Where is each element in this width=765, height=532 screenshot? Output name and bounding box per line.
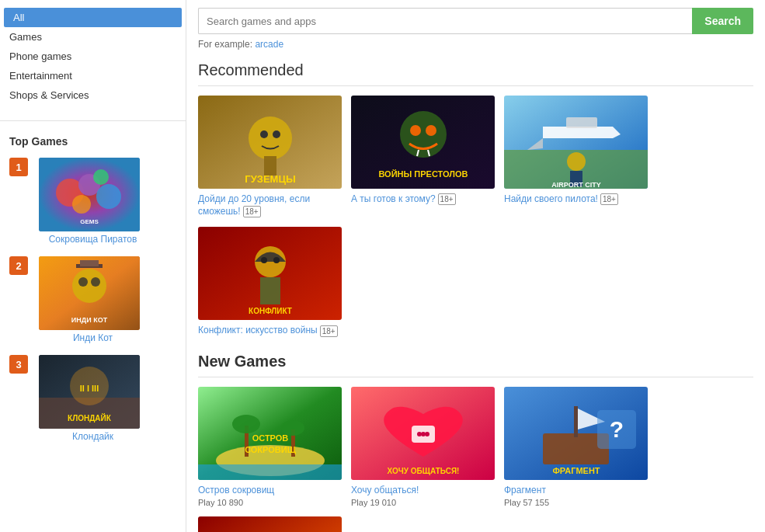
sidebar-item-shops[interactable]: Shops & Services xyxy=(0,85,186,105)
svg-point-35 xyxy=(567,152,586,171)
svg-point-9 xyxy=(78,277,88,287)
new-game-title-1: Хочу общаться! xyxy=(351,485,495,497)
recommended-thumb-2: AIRPORT CITY xyxy=(504,96,648,189)
recommended-thumb-3: КОНФЛИКТ xyxy=(198,227,342,320)
sidebar-link-entertainment[interactable]: Entertainment xyxy=(9,70,72,82)
svg-point-42 xyxy=(273,257,280,263)
new-game-card-3[interactable]: НАРДЫ ДЛИННЫЕ Нарды длинные с друзьями P… xyxy=(198,516,342,532)
svg-point-27 xyxy=(410,125,421,136)
top-game-3[interactable]: 3 II I III К xyxy=(0,351,186,450)
age-badge-3: 18+ xyxy=(320,325,338,337)
top-game-1[interactable]: 1 xyxy=(0,154,186,252)
search-input[interactable] xyxy=(198,8,692,34)
svg-rect-40 xyxy=(260,277,280,304)
recommended-title: Recommended xyxy=(198,61,753,86)
recommended-section: Recommended xyxy=(198,61,753,337)
new-game-card-1[interactable]: ХОЧУ ОБЩАТЬСЯ! Хочу общаться! Play 19 01… xyxy=(351,387,495,508)
svg-point-8 xyxy=(72,269,106,303)
new-games-title: New Games xyxy=(198,353,753,377)
search-bar: Search xyxy=(198,8,753,34)
top-game-thumb-2: ИНДИ КОТ xyxy=(39,256,140,330)
recommended-card-0[interactable]: ГУЗEМЦЫ Дойди до 20 уровня, если сможешь… xyxy=(198,96,342,217)
main-content: Search For example: arcade Recommended xyxy=(186,0,765,532)
svg-point-41 xyxy=(261,257,267,263)
svg-point-26 xyxy=(400,111,447,158)
recommended-title-0: Дойди до 20 уровня, если сможешь!18+ xyxy=(198,193,342,217)
sidebar-link-all[interactable]: All xyxy=(13,12,24,23)
sidebar-link-shops[interactable]: Shops & Services xyxy=(9,89,89,101)
new-game-subtitle-1: Play 19 010 xyxy=(351,498,495,507)
recommended-title-1: А ты готов к этому?18+ xyxy=(351,193,495,206)
recommended-card-1[interactable]: ВОЙНЫ ПРЕСТОЛОВ А ты готов к этому?18+ xyxy=(351,96,495,217)
svg-text:ХОЧУ ОБЩАТЬСЯ!: ХОЧУ ОБЩАТЬСЯ! xyxy=(388,467,460,475)
recommended-img-2: AIRPORT CITY xyxy=(504,96,648,189)
sidebar-item-all[interactable]: All xyxy=(4,8,182,27)
svg-point-10 xyxy=(91,277,100,287)
sidebar-divider xyxy=(0,120,186,121)
rank-badge-2: 2 xyxy=(9,256,28,275)
svg-text:II  I  III: II I III xyxy=(80,384,99,393)
svg-text:ФРАГМЕНТ: ФРАГМЕНТ xyxy=(552,466,600,475)
recommended-title-3: Конфликт: искусство войны18+ xyxy=(198,325,342,337)
svg-point-47 xyxy=(232,415,260,433)
search-button[interactable]: Search xyxy=(692,8,753,34)
top-game-2[interactable]: 2 xyxy=(0,252,186,351)
recommended-img-1: ВОЙНЫ ПРЕСТОЛОВ xyxy=(351,96,495,189)
search-example: For example: arcade xyxy=(198,39,753,50)
sidebar: All Games Phone games Entertainment Shop… xyxy=(0,0,186,532)
svg-point-3 xyxy=(96,184,121,209)
svg-point-28 xyxy=(426,125,436,136)
new-game-subtitle-2: Play 57 155 xyxy=(504,498,648,507)
new-game-thumb-2: ? ФРАГМЕНТ xyxy=(504,387,648,480)
sidebar-item-games[interactable]: Games xyxy=(0,27,186,47)
rank-badge-1: 1 xyxy=(9,158,28,176)
top-game-image-2: ИНДИ КОТ xyxy=(39,256,140,330)
svg-point-5 xyxy=(93,169,109,185)
recommended-thumb-1: ВОЙНЫ ПРЕСТОЛОВ xyxy=(351,96,495,189)
age-badge-1: 18+ xyxy=(438,193,456,205)
new-game-thumb-3: НАРДЫ ДЛИННЫЕ xyxy=(198,516,342,532)
new-game-thumb-0: ОСТРОВ СОКРОВИЩ xyxy=(198,387,342,480)
svg-point-22 xyxy=(273,130,280,138)
top-game-thumb-3: II I III КЛОНДАЙК xyxy=(39,355,140,429)
recommended-card-3[interactable]: КОНФЛИКТ Конфликт: искусство войны18+ xyxy=(198,227,342,337)
age-badge-0: 18+ xyxy=(243,206,261,217)
svg-text:ОСТРОВ: ОСТРОВ xyxy=(252,433,289,443)
search-example-prefix: For example: xyxy=(198,39,252,50)
recommended-thumb-0: ГУЗEМЦЫ xyxy=(198,96,342,189)
new-game-thumb-1: ХОЧУ ОБЩАТЬСЯ! xyxy=(351,387,495,480)
age-badge-2: 18+ xyxy=(600,193,618,205)
sidebar-link-games[interactable]: Games xyxy=(9,31,42,43)
new-game-card-2[interactable]: ? ФРАГМЕНТ Фрагмент Play 57 155 xyxy=(504,387,648,508)
svg-text:КЛОНДАЙК: КЛОНДАЙК xyxy=(68,413,112,422)
new-game-img-2: ? ФРАГМЕНТ xyxy=(504,387,648,480)
svg-text:ИНДИ КОТ: ИНДИ КОТ xyxy=(71,316,108,324)
top-games-title: Top Games xyxy=(0,129,186,154)
new-game-img-0: ОСТРОВ СОКРОВИЩ xyxy=(198,387,342,480)
svg-rect-65 xyxy=(198,516,342,532)
sidebar-link-phone-games[interactable]: Phone games xyxy=(9,50,71,62)
new-game-card-0[interactable]: ОСТРОВ СОКРОВИЩ Остров сокровищ Play 10 … xyxy=(198,387,342,508)
new-game-title-2: Фрагмент xyxy=(504,485,648,497)
new-games-title-bold: Games xyxy=(235,353,287,370)
top-game-thumb-1: GEMS xyxy=(39,158,140,231)
svg-text:?: ? xyxy=(610,416,624,442)
svg-rect-50 xyxy=(198,464,342,480)
svg-text:ГУЗEМЦЫ: ГУЗEМЦЫ xyxy=(245,173,295,185)
svg-rect-34 xyxy=(566,117,597,128)
svg-point-21 xyxy=(260,130,268,138)
sidebar-item-entertainment[interactable]: Entertainment xyxy=(0,66,186,85)
svg-point-20 xyxy=(249,116,292,160)
svg-text:КОНФЛИКТ: КОНФЛИКТ xyxy=(249,307,292,315)
svg-rect-61 xyxy=(574,406,578,437)
new-game-img-3: НАРДЫ ДЛИННЫЕ xyxy=(198,516,342,532)
new-game-img-1: ХОЧУ ОБЩАТЬСЯ! xyxy=(351,387,495,480)
svg-text:AIRPORT CITY: AIRPORT CITY xyxy=(551,181,601,189)
top-game-name-3: Клондайк xyxy=(68,431,117,442)
sidebar-item-phone-games[interactable]: Phone games xyxy=(0,47,186,66)
top-game-name-1: Сокровища Пиратов xyxy=(45,234,141,245)
new-games-section: New Games xyxy=(198,353,753,532)
recommended-card-2[interactable]: AIRPORT CITY Найди своего пилота!18+ xyxy=(504,96,648,217)
top-game-image-3: II I III КЛОНДАЙК xyxy=(39,355,140,429)
search-example-link[interactable]: arcade xyxy=(255,39,283,50)
